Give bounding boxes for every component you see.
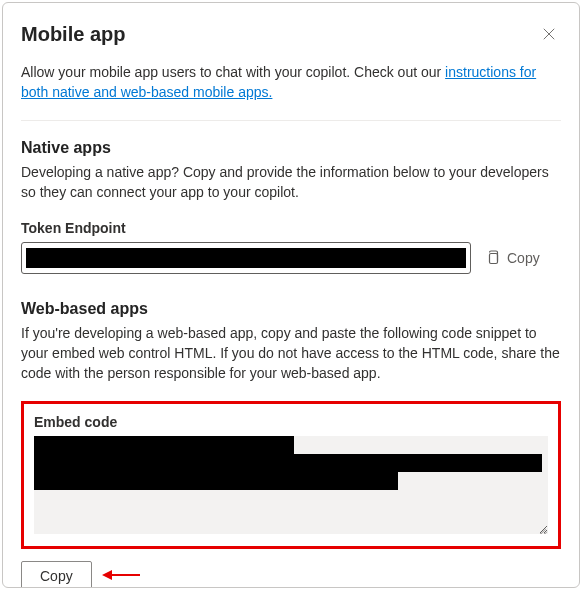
redacted-content xyxy=(34,472,398,490)
redacted-content xyxy=(34,436,294,454)
web-apps-description: If you're developing a web-based app, co… xyxy=(21,324,561,383)
native-apps-title: Native apps xyxy=(21,139,561,157)
redacted-content xyxy=(26,248,466,268)
resize-handle-icon[interactable] xyxy=(536,522,548,534)
token-endpoint-input[interactable] xyxy=(21,242,471,274)
copy-token-button[interactable]: Copy xyxy=(485,249,540,268)
panel-header: Mobile app xyxy=(21,23,561,47)
panel-title: Mobile app xyxy=(21,23,125,46)
arrow-left-icon xyxy=(102,568,142,585)
web-apps-title: Web-based apps xyxy=(21,300,561,318)
embed-code-label: Embed code xyxy=(34,414,548,430)
token-endpoint-row: Copy xyxy=(21,242,561,274)
close-icon xyxy=(542,27,556,44)
embed-code-textarea[interactable] xyxy=(34,436,548,534)
divider xyxy=(21,120,561,121)
native-apps-description: Developing a native app? Copy and provid… xyxy=(21,163,561,202)
svg-rect-2 xyxy=(490,253,498,263)
svg-marker-4 xyxy=(102,570,112,580)
copy-embed-row: Copy xyxy=(21,561,561,588)
close-button[interactable] xyxy=(537,23,561,47)
mobile-app-panel: Mobile app Allow your mobile app users t… xyxy=(2,2,580,588)
intro-text-before: Allow your mobile app users to chat with… xyxy=(21,64,445,80)
embed-code-highlight: Embed code xyxy=(21,401,561,549)
redacted-content xyxy=(34,454,542,472)
copy-icon xyxy=(485,249,501,268)
copy-token-label: Copy xyxy=(507,250,540,266)
token-endpoint-label: Token Endpoint xyxy=(21,220,561,236)
intro-text: Allow your mobile app users to chat with… xyxy=(21,63,561,102)
copy-embed-button[interactable]: Copy xyxy=(21,561,92,588)
